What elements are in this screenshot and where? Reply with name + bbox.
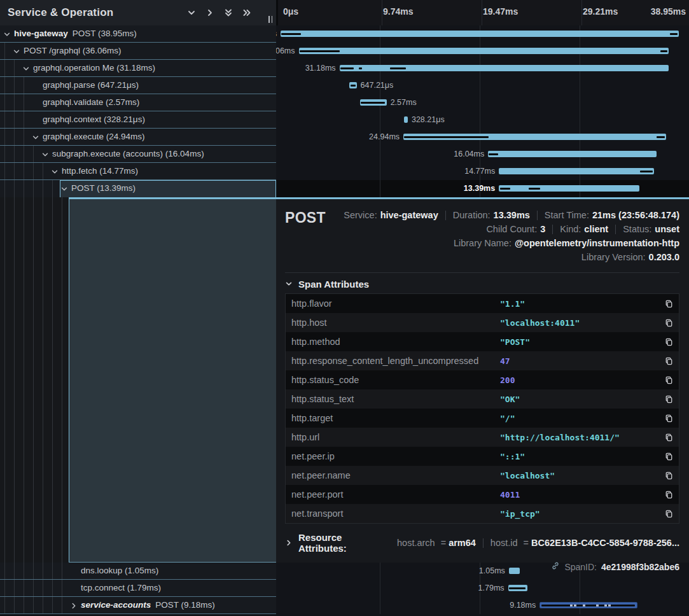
- span-duration-bar[interactable]: [488, 151, 657, 157]
- indent-guide: [24, 597, 24, 613]
- span-row-name[interactable]: dns.lookup (1.05ms): [0, 563, 276, 580]
- copy-icon[interactable]: [660, 429, 677, 445]
- span-attributes-toggle[interactable]: Span Attributes: [285, 274, 679, 293]
- span-duration-label: 13.39ms: [464, 184, 495, 193]
- ruler-tick-line: [482, 0, 482, 25]
- span-duration-bar[interactable]: [281, 31, 678, 37]
- ruler-tick-label: 29.21ms: [583, 6, 618, 17]
- span-id-label: SpanID:: [564, 562, 597, 572]
- span-row-label: dns.lookup (1.05ms): [81, 566, 158, 575]
- chevron-down-icon[interactable]: [12, 47, 21, 56]
- span-duration-label: 2.57ms: [391, 98, 417, 107]
- span-row-name[interactable]: subgraph.execute (accounts) (16.04ms): [0, 146, 276, 163]
- span-row: graphql.execute (24.94ms)24.94ms: [0, 129, 689, 146]
- indent-guide: [52, 563, 53, 579]
- indent-guide: [4, 580, 5, 596]
- span-row-name[interactable]: POST (13.39ms): [0, 180, 276, 197]
- chevron-down-icon[interactable]: [41, 150, 50, 159]
- span-row-timeline[interactable]: 9.18ms: [276, 597, 689, 614]
- ruler-tick-label: 19.47ms: [483, 6, 518, 17]
- span-row-timeline[interactable]: 13.39ms: [276, 180, 689, 197]
- span-row-name[interactable]: graphql.context (328.21μs): [0, 111, 276, 129]
- span-duration-bar[interactable]: [499, 185, 639, 192]
- chevron-right-icon[interactable]: [69, 601, 78, 610]
- column-resize-handle[interactable]: [268, 16, 272, 23]
- attribute-value: "1.1": [500, 299, 660, 309]
- copy-icon[interactable]: [660, 314, 677, 331]
- span-row-timeline[interactable]: 16.04ms: [276, 146, 689, 163]
- span-row-name[interactable]: http.fetch (14.77ms): [0, 163, 276, 180]
- span-row-name[interactable]: graphql.operation Me (31.18ms): [0, 60, 276, 77]
- span-row-name[interactable]: POST /graphql (36.06ms): [0, 43, 276, 60]
- span-row-timeline[interactable]: 1.79ms: [276, 580, 689, 597]
- critical-path-segment: [500, 188, 510, 190]
- indent-guide: [24, 94, 24, 111]
- attribute-row: http.response_content_length_uncompresse…: [286, 351, 679, 370]
- chevron-down-icon[interactable]: [3, 30, 11, 39]
- copy-icon[interactable]: [660, 505, 677, 522]
- copy-icon[interactable]: [660, 295, 677, 312]
- span-duration-bar[interactable]: [340, 65, 669, 71]
- copy-icon[interactable]: [660, 333, 677, 350]
- span-row-timeline[interactable]: 38.95ms: [276, 25, 689, 43]
- span-row-timeline[interactable]: 31.18ms: [276, 60, 689, 77]
- span-duration-bar[interactable]: [499, 168, 654, 174]
- span-row-name[interactable]: tcp.connect (1.79ms): [0, 580, 276, 597]
- span-attributes-label: Span Attributes: [298, 279, 369, 290]
- span-row-timeline[interactable]: 36.06ms: [276, 43, 689, 60]
- indent-guide: [4, 146, 5, 162]
- critical-path-segment: [281, 33, 301, 35]
- span-row-timeline[interactable]: 647.21μs: [276, 77, 689, 94]
- attribute-key: net.peer.name: [291, 470, 500, 480]
- span-row-name[interactable]: graphql.parse (647.21μs): [0, 77, 276, 94]
- chevron-down-icon[interactable]: [50, 167, 59, 176]
- copy-icon[interactable]: [660, 353, 677, 369]
- resource-key: host.id: [491, 538, 518, 548]
- resource-attributes-label: Resource Attributes:: [298, 532, 391, 554]
- link-icon[interactable]: [551, 561, 560, 572]
- indent-guide: [4, 111, 5, 128]
- chevron-down-icon[interactable]: [22, 64, 31, 73]
- copy-icon[interactable]: [660, 448, 677, 465]
- span-row-name[interactable]: service-accountsPOST (9.18ms): [0, 597, 276, 614]
- resource-value: BC62E13B-C4CC-5854-9788-256...: [531, 538, 679, 548]
- chevron-down-icon[interactable]: [31, 133, 40, 142]
- span-row-timeline[interactable]: 14.77ms: [276, 163, 689, 180]
- attribute-key: http.flavor: [291, 298, 500, 309]
- overview-line: Service:hive-gatewayDuration:13.39msStar…: [344, 208, 679, 222]
- span-row-timeline[interactable]: 328.21μs: [276, 111, 689, 129]
- collapse-all-icon[interactable]: [223, 8, 233, 18]
- span-row-timeline[interactable]: 2.57ms: [276, 94, 689, 111]
- expand-one-icon[interactable]: [205, 8, 215, 18]
- chevron-down-icon: [285, 280, 293, 288]
- indent-guide: [52, 180, 53, 197]
- span-duration-label: 9.18ms: [510, 601, 536, 610]
- overview-value: client: [584, 224, 608, 234]
- copy-icon[interactable]: [660, 486, 677, 503]
- indent-guide: [62, 563, 62, 579]
- span-row-timeline[interactable]: 24.94ms: [276, 129, 689, 146]
- span-duration-bar[interactable]: [299, 48, 669, 54]
- collapse-one-icon[interactable]: [186, 8, 197, 18]
- timeline-track: 31.18ms: [280, 60, 679, 77]
- span-duration-bar[interactable]: [404, 116, 408, 123]
- span-row-name[interactable]: graphql.execute (24.94ms): [0, 129, 276, 146]
- indent-guide: [33, 163, 34, 179]
- copy-icon[interactable]: [660, 410, 677, 426]
- span-rows: hive-gatewayPOST (38.95ms)38.95msPOST /g…: [0, 25, 689, 197]
- span-row-name[interactable]: graphql.validate (2.57ms): [0, 94, 276, 111]
- indent-guide: [62, 197, 62, 563]
- expand-all-icon[interactable]: [242, 8, 252, 18]
- copy-icon[interactable]: [660, 372, 677, 388]
- copy-icon[interactable]: [660, 391, 677, 407]
- span-row-name[interactable]: hive-gatewayPOST (38.95ms): [0, 25, 276, 43]
- ruler-tick-line: [581, 0, 582, 25]
- indent-guide: [14, 77, 15, 94]
- resource-attributes-toggle[interactable]: Resource Attributes: host.arch=arm64host…: [285, 532, 679, 554]
- chevron-down-icon[interactable]: [60, 185, 69, 193]
- child-span-marker: [574, 605, 576, 606]
- copy-icon[interactable]: [660, 467, 677, 484]
- indent-guide: [43, 580, 43, 596]
- span-row: tcp.connect (1.79ms)1.79ms: [0, 580, 689, 597]
- span-attributes-table: http.flavor"1.1"http.host"localhost:4011…: [285, 293, 679, 524]
